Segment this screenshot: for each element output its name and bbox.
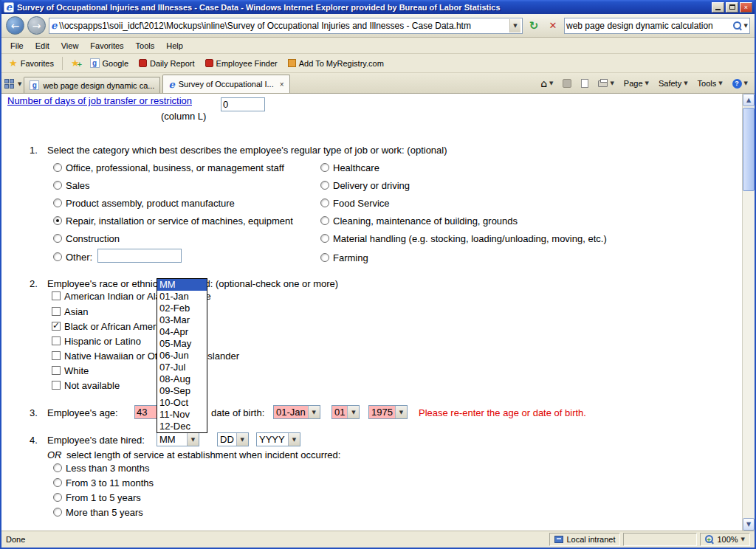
dropdown-option[interactable]: 01-Jan [157, 291, 207, 303]
q1-option-food-service[interactable]: Food Service [320, 197, 390, 209]
dropdown-option[interactable]: MM [157, 279, 207, 291]
q2-option-hawaiian[interactable]: Native Hawaiian or Other Pacific Islande… [52, 350, 239, 362]
q1-option-construction[interactable]: Construction [53, 232, 120, 244]
page-menu-button[interactable]: Page▼ [620, 75, 653, 92]
hired-month-select[interactable]: MM ▼ [157, 432, 199, 446]
radio-icon[interactable] [53, 493, 62, 502]
radio-icon[interactable] [53, 508, 62, 517]
home-button[interactable]: ⌂▼ [537, 75, 557, 92]
print-button[interactable]: ▼ [594, 75, 617, 92]
hired-day-select[interactable]: DD ▼ [217, 432, 249, 446]
q1-option-product-assembly[interactable]: Product assembly, product manufacture [53, 197, 235, 209]
address-input[interactable] [59, 19, 507, 32]
vertical-scrollbar[interactable]: ▲ ▼ [742, 94, 755, 531]
q1-other-input[interactable] [97, 249, 182, 263]
dropdown-option[interactable]: 10-Oct [157, 397, 207, 409]
close-button[interactable]: × [740, 2, 752, 13]
menu-view[interactable]: View [55, 39, 85, 52]
menu-help[interactable]: Help [160, 39, 189, 52]
back-button[interactable]: ← [6, 16, 24, 35]
q4-option-1-5-years[interactable]: From 1 to 5 years [53, 491, 141, 503]
menu-edit[interactable]: Edit [30, 39, 55, 52]
tools-menu-button[interactable]: Tools▼ [694, 75, 726, 92]
radio-icon[interactable] [320, 163, 329, 172]
favorites-button[interactable]: ★ Favorites [4, 57, 58, 70]
q1-option-cleaning[interactable]: Cleaning, maintenance of building, groun… [320, 215, 518, 227]
dob-day-select[interactable]: 01 ▼ [331, 405, 360, 419]
q1-option-sales[interactable]: Sales [53, 179, 90, 191]
dropdown-option[interactable]: 06-Jun [157, 350, 207, 362]
dropdown-arrow-icon[interactable]: ▼ [347, 406, 359, 418]
checkbox-icon[interactable] [52, 336, 61, 345]
dropdown-option[interactable]: 02-Feb [157, 303, 207, 314]
checkbox-icon[interactable] [52, 351, 61, 360]
forward-button[interactable]: → [27, 16, 46, 35]
dropdown-option[interactable]: 09-Sep [157, 385, 207, 397]
tab-close-icon[interactable]: × [280, 80, 284, 89]
dropdown-option[interactable]: 03-Mar [157, 314, 207, 326]
q1-option-delivery[interactable]: Delivery or driving [320, 179, 410, 191]
address-dropdown-icon[interactable]: ▼ [509, 19, 520, 32]
radio-icon[interactable] [53, 234, 62, 243]
quick-tabs-icon[interactable] [4, 79, 16, 89]
search-input[interactable] [566, 19, 731, 32]
q1-option-other[interactable]: Other: [53, 251, 92, 263]
menu-tools[interactable]: Tools [130, 39, 161, 52]
radio-icon[interactable] [320, 181, 329, 190]
checkbox-icon[interactable] [52, 381, 61, 390]
dropdown-arrow-icon[interactable]: ▼ [187, 433, 199, 446]
dropdown-option[interactable]: 12-Dec [157, 421, 207, 432]
scrollbar-thumb[interactable] [743, 108, 755, 191]
q2-option-not-available[interactable]: Not available [52, 379, 120, 391]
radio-icon[interactable] [53, 478, 62, 487]
transfer-days-input[interactable] [221, 97, 265, 111]
q2-option-hispanic[interactable]: Hispanic or Latino [52, 335, 141, 347]
radio-icon[interactable] [53, 252, 62, 261]
radio-selected-icon[interactable] [53, 216, 62, 225]
radio-icon[interactable] [53, 181, 62, 190]
q1-option-material-handling[interactable]: Material handling (e.g. stocking, loadin… [320, 232, 607, 244]
radio-icon[interactable] [320, 253, 329, 262]
scroll-down-icon[interactable]: ▼ [743, 518, 755, 531]
q2-option-black[interactable]: Black or African American [52, 320, 173, 332]
q4-option-more-5-years[interactable]: More than 5 years [53, 506, 143, 518]
q1-option-repair[interactable]: Repair, installation or service of machi… [53, 215, 293, 227]
dropdown-arrow-icon[interactable]: ▼ [395, 406, 407, 418]
q4-option-3-11-months[interactable]: From 3 to 11 months [53, 477, 154, 488]
hired-year-select[interactable]: YYYY ▼ [256, 432, 300, 446]
dropdown-arrow-icon[interactable]: ▼ [288, 433, 300, 446]
dropdown-option[interactable]: 07-Jul [157, 362, 207, 373]
safety-menu-button[interactable]: Safety▼ [655, 75, 692, 92]
tab-background[interactable]: web page design dynamic ca... [24, 77, 160, 93]
checkbox-icon[interactable] [52, 366, 61, 375]
dob-year-select[interactable]: 1975 ▼ [368, 405, 408, 419]
minimize-button[interactable] [712, 2, 724, 13]
checkbox-checked-icon[interactable] [52, 322, 61, 331]
feeds-button[interactable] [559, 75, 575, 92]
radio-icon[interactable] [320, 234, 329, 243]
dropdown-option[interactable]: 05-May [157, 338, 207, 350]
maximize-button[interactable] [726, 2, 738, 13]
help-menu-button[interactable]: ▼ [729, 75, 752, 92]
q1-option-farming[interactable]: Farming [320, 252, 368, 263]
q1-option-office[interactable]: Office, professional, business, or manag… [53, 162, 284, 173]
radio-icon[interactable] [53, 463, 62, 472]
favorite-item-myregistry[interactable]: Add To MyRegistry.com [284, 57, 388, 70]
dropdown-arrow-icon[interactable]: ▼ [308, 406, 320, 418]
favorite-item-employee-finder[interactable]: Employee Finder [201, 57, 282, 70]
radio-icon[interactable] [53, 198, 62, 207]
checkbox-icon[interactable] [52, 307, 61, 316]
dropdown-arrow-icon[interactable]: ▼ [236, 433, 248, 446]
tab-survey-active[interactable]: e Survey of Occupational I... × [162, 75, 289, 93]
q4-option-less-3-months[interactable]: Less than 3 months [53, 462, 149, 474]
checkbox-icon[interactable] [52, 291, 61, 300]
dropdown-option[interactable]: 04-Apr [157, 326, 207, 338]
radio-icon[interactable] [53, 163, 62, 172]
search-box[interactable]: ▼ [564, 18, 750, 34]
read-mail-button[interactable] [577, 75, 592, 92]
stop-button[interactable]: ✕ [545, 18, 561, 34]
scroll-up-icon[interactable]: ▲ [743, 94, 755, 106]
refresh-button[interactable]: ↻ [526, 18, 542, 34]
q1-option-healthcare[interactable]: Healthcare [320, 162, 379, 173]
radio-icon[interactable] [320, 198, 329, 207]
